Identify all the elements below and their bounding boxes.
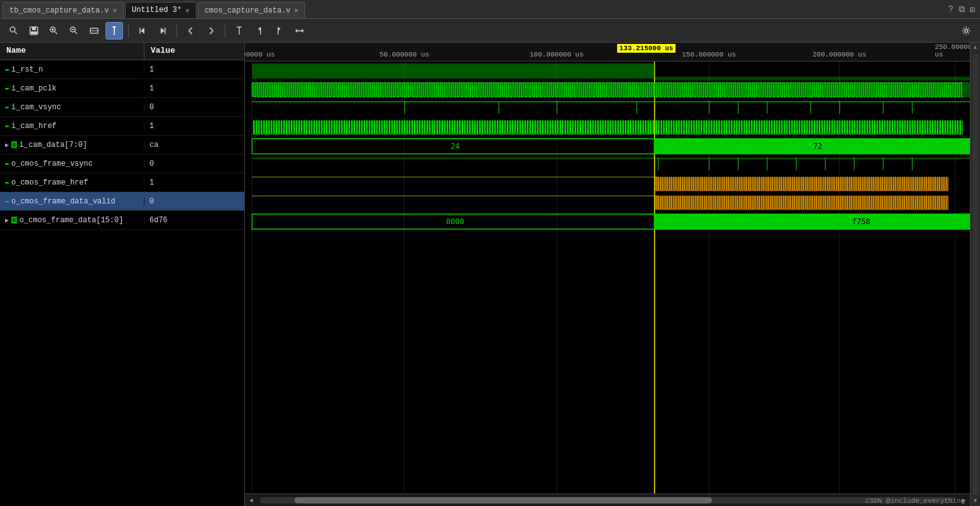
signal-label-o-cmos-frame-vsync: o_cmos_frame_vsync [11,159,93,168]
maximize-icon[interactable]: ⊡ [970,4,975,14]
signal-name-cell-o-cmos-frame-data-valid: ▬ o_cmos_frame_data_valid [0,197,144,206]
prev-button[interactable] [182,22,200,40]
signal-row-i-cam-href[interactable]: ▬ i_cam_href 1 [0,117,244,136]
signal-row-o-cmos-frame-vsync[interactable]: ▬ o_cmos_frame_vsync 0 [0,154,244,173]
svg-rect-66 [252,176,659,178]
v-scroll-track[interactable] [972,54,979,495]
signal-row-o-cmos-frame-href[interactable]: ▬ o_cmos_frame_href 1 [0,173,244,192]
go-end-button[interactable] [154,22,171,40]
svg-marker-23 [258,27,261,31]
svg-rect-63 [854,158,854,170]
marker2-button[interactable] [250,22,268,40]
go-start-button[interactable] [134,22,151,40]
h-scrollbar[interactable]: ◀ ▶ CSDN @include_everything [245,493,970,506]
svg-rect-59 [738,158,738,170]
svg-marker-18 [161,28,164,34]
signal-value-o-cmos-frame-data-valid: 0 [144,197,159,206]
signal-expand-icon-o-cmos-frame-data[interactable]: ▶ [5,217,9,224]
signal-name-cell-o-cmos-frame-href: ▬ o_cmos_frame_href [0,178,144,187]
zoom-in-button[interactable] [45,22,63,40]
zoom-out-button[interactable] [65,22,83,40]
signal-wire-icon-i-rst-n: ▬ [5,66,9,73]
svg-text:f758: f758 [852,217,870,226]
signal-bus-icon-o-cmos-frame-data: B [11,217,17,223]
tab-bar: tb_cmos_capture_data.v ✕ Untitled 3* ✕ c… [0,0,980,19]
scroll-left-arrow[interactable]: ◀ [245,494,257,507]
svg-rect-67 [252,195,659,196]
signal-value-i-cam-vsync: 0 [144,103,159,112]
signal-name-cell-i-cam-vsync: ▬ i_cam_vsync [0,103,144,112]
search-button[interactable] [5,22,23,40]
svg-rect-62 [825,158,826,170]
tab-tb-cmos-label: tb_cmos_capture_data.v [9,6,109,15]
svg-rect-57 [658,158,659,170]
svg-rect-47 [767,101,768,114]
settings-button[interactable] [957,22,975,40]
svg-rect-61 [796,158,797,170]
svg-marker-16 [141,28,144,34]
fit-button[interactable] [85,22,103,40]
svg-rect-40 [252,101,970,102]
signal-label-o-cmos-frame-data-valid: o_cmos_frame_data_valid [11,197,116,206]
svg-text:0000: 0000 [446,217,464,226]
marker3-button[interactable] [271,22,288,40]
tab-untitled3[interactable]: Untitled 3* ✕ [125,2,197,18]
svg-text:72: 72 [813,142,822,151]
tab-untitled3-close[interactable]: ✕ [185,6,190,14]
svg-rect-43 [557,101,557,114]
h-scroll-thumb[interactable] [294,497,711,503]
tab-cmos-capture-close[interactable]: ✕ [294,6,299,14]
signal-value-o-cmos-frame-href: 1 [144,178,159,187]
signal-row-i-cam-data[interactable]: ▶ B i_cam_data[7:0] ca [0,136,244,154]
signal-row-i-cam-vsync[interactable]: ▬ i_cam_vsync 0 [0,98,244,117]
save-button[interactable] [25,22,43,40]
signal-expand-icon-i-cam-data[interactable]: ▶ [5,141,9,149]
signal-value-o-cmos-frame-vsync: 0 [144,159,159,168]
scroll-up-button[interactable]: ▲ [971,43,981,53]
cursor-button[interactable] [105,22,123,40]
signal-name-cell-i-cam-data: ▶ B i_cam_data[7:0] [0,141,144,149]
svg-point-29 [965,29,968,32]
toolbar-sep-2 [176,24,177,38]
marker-button[interactable] [230,22,248,40]
scroll-down-button[interactable]: ▼ [971,496,981,506]
v-scrollbar[interactable]: ▲ ▼ [970,43,980,506]
waveform-signals-area[interactable]: 24 72 [245,62,970,493]
signal-row-i-cam-pclk[interactable]: ▬ i_cam_pclk 1 [0,79,244,98]
tab-tb-cmos[interactable]: tb_cmos_capture_data.v ✕ [3,2,124,18]
svg-rect-4 [31,31,37,34]
tab-cmos-capture[interactable]: cmos_capture_data.v ✕ [198,2,305,18]
time-label-100us: 100.000000 us [530,51,584,58]
svg-rect-49 [839,101,840,114]
waveform-area[interactable]: 133.215000 us 0.000000 us 50.000000 us 1… [245,43,970,506]
signal-label-i-cam-pclk: i_cam_pclk [11,84,57,93]
signal-wire-icon-i-cam-vsync: ▬ [5,104,9,110]
svg-rect-56 [252,158,970,159]
h-scroll-track[interactable] [260,497,955,503]
time-label-150us: 150.000000 us [682,51,736,58]
signal-value-i-cam-data: ca [144,141,163,149]
watermark-text: CSDN @include_everything [866,497,965,505]
svg-rect-65 [912,158,913,170]
signal-bus-icon-i-cam-data: B [11,141,17,148]
signal-name-cell-i-rst-n: ▬ i_rst_n [0,65,144,74]
signal-name-cell-i-cam-pclk: ▬ i_cam_pclk [0,84,144,93]
svg-line-10 [75,31,78,34]
help-icon[interactable]: ? [948,4,953,14]
svg-rect-58 [709,158,709,170]
restore-icon[interactable]: ⧉ [959,4,965,14]
svg-rect-3 [32,27,36,30]
time-ruler: 133.215000 us 0.000000 us 50.000000 us 1… [245,43,970,62]
signal-name-cell-o-cmos-frame-data: ▶ B o_cmos_frame_data[15:0] [0,216,144,225]
tab-tb-cmos-close[interactable]: ✕ [112,6,117,14]
signal-row-o-cmos-frame-data[interactable]: ▶ B o_cmos_frame_data[15:0] 6d76 [0,211,244,230]
svg-point-0 [10,27,15,32]
svg-rect-39 [252,82,970,97]
signal-row-i-rst-n[interactable]: ▬ i_rst_n 1 [0,60,244,79]
svg-rect-37 [252,63,655,78]
svg-rect-64 [883,158,883,170]
signal-row-o-cmos-frame-data-valid[interactable]: ▬ o_cmos_frame_data_valid 0 [0,192,244,211]
signal-value-i-cam-href: 1 [144,122,159,131]
diff-button[interactable] [291,22,308,40]
next-button[interactable] [202,22,220,40]
